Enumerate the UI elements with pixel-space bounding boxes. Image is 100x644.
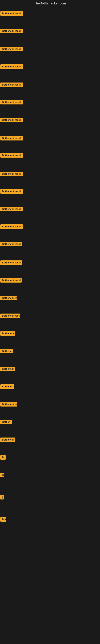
bottleneck-item[interactable]: Bottleneck result <box>0 278 22 283</box>
bottleneck-badge: Bottleneck re <box>0 402 17 406</box>
bottleneck-item[interactable]: Bottleneck re <box>0 296 17 301</box>
bottleneck-badge: Bottleneck <box>0 331 15 336</box>
bottleneck-item[interactable]: Bottleneck result <box>0 207 23 212</box>
bottleneck-badge: | <box>0 495 3 500</box>
bottleneck-badge: B <box>0 473 3 477</box>
bottleneck-badge: Bottleneck result <box>0 100 23 104</box>
bottleneck-item[interactable]: Bottleneck result <box>0 242 22 247</box>
bottleneck-item[interactable]: Bottleneck result <box>0 260 22 266</box>
bottleneck-badge: Bottlene <box>0 349 13 354</box>
bottleneck-badge: Bot <box>0 517 6 522</box>
bottleneck-badge: Bottlen <box>0 420 12 424</box>
bottleneck-item[interactable]: Bottleneck result <box>0 47 23 52</box>
bottleneck-item[interactable]: Bottlen <box>0 420 12 425</box>
bottleneck-item[interactable]: Bottleneck result <box>0 64 23 70</box>
bottleneck-badge: Bottleneck result <box>0 64 23 69</box>
bottleneck-badge: Bottleneck result <box>0 47 23 51</box>
bottleneck-item[interactable]: Bottlenec <box>0 384 14 390</box>
bottleneck-badge: Bottleneck result <box>0 11 23 16</box>
bottleneck-badge: Bottleneck result <box>0 242 22 246</box>
bottleneck-item[interactable]: Bottleneck resul <box>0 314 20 319</box>
bottleneck-item[interactable]: Bot <box>0 517 6 522</box>
bottleneck-badge: Bottleneck <box>0 438 15 442</box>
bottleneck-item[interactable]: Bottlene <box>0 349 13 354</box>
bottleneck-item[interactable]: Bottleneck result <box>0 29 23 34</box>
bottleneck-badge: Bottleneck result <box>0 207 23 211</box>
bottleneck-item[interactable]: Bottleneck result <box>0 153 23 158</box>
bottleneck-item[interactable]: Bottleneck re <box>0 402 17 407</box>
bottleneck-item[interactable]: Bo <box>0 455 6 460</box>
bottleneck-badge: Bottleneck resul <box>0 314 20 318</box>
bottleneck-item[interactable]: Bottleneck <box>0 438 15 443</box>
bottleneck-item[interactable]: Bottleneck <box>0 331 15 336</box>
bottleneck-badge: Bottleneck result <box>0 118 23 122</box>
bottleneck-badge: Bottleneck result <box>0 278 22 282</box>
bottleneck-item[interactable]: Bottleneck <box>0 367 15 372</box>
bottleneck-item[interactable]: Bottleneck result <box>0 82 23 88</box>
bottleneck-badge: Bottleneck result <box>0 260 22 265</box>
bottleneck-badge: Bottleneck result <box>0 189 23 194</box>
bottleneck-item[interactable]: Bottleneck result <box>0 136 23 141</box>
bottleneck-badge: Bottleneck re <box>0 296 17 300</box>
bottleneck-item[interactable]: Bottleneck result <box>0 100 23 105</box>
bottleneck-item[interactable]: Bottleneck result <box>0 118 23 123</box>
bottleneck-item[interactable]: | <box>0 495 3 500</box>
site-title: TheBottlenecker.com <box>0 0 100 7</box>
bottleneck-item[interactable]: Bottleneck result <box>0 224 23 230</box>
bottleneck-item[interactable]: B <box>0 473 3 478</box>
bottleneck-badge: Bottleneck result <box>0 172 23 176</box>
bottleneck-item[interactable]: Bottleneck result <box>0 189 23 194</box>
bottleneck-badge: Bottleneck <box>0 367 15 371</box>
bottleneck-badge: Bottleneck result <box>0 136 23 140</box>
bottleneck-badge: Bottleneck result <box>0 29 23 33</box>
bottleneck-item[interactable]: Bottleneck result <box>0 11 23 16</box>
bottleneck-badge: Bottleneck result <box>0 153 23 158</box>
bottleneck-badge: Bottleneck result <box>0 224 23 229</box>
bottleneck-badge: Bo <box>0 455 6 460</box>
bottleneck-badge: Bottleneck result <box>0 82 23 87</box>
bottleneck-item[interactable]: Bottleneck result <box>0 172 23 177</box>
bottleneck-badge: Bottlenec <box>0 384 14 389</box>
